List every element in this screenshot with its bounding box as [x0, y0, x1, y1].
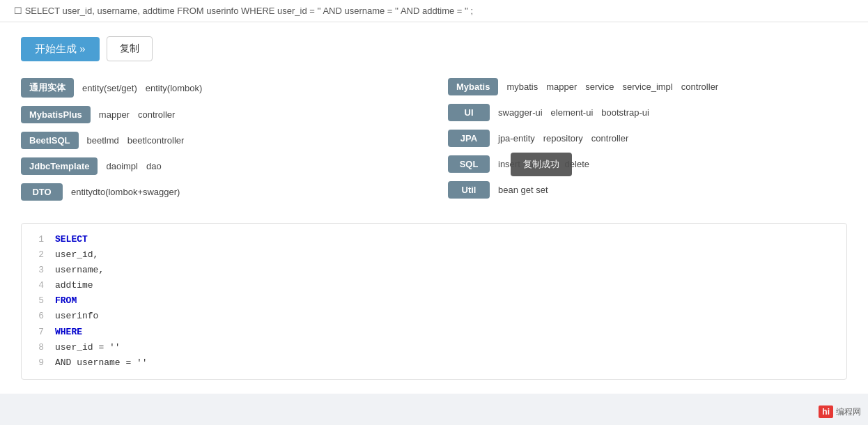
badge-mybatis: Mybatis — [448, 78, 498, 95]
main-panel: 开始生成 » 复制 通用实体 entity(set/get) entity(lo… — [0, 22, 868, 394]
code-content-7: WHERE — [55, 325, 82, 340]
line-num-3: 3 — [33, 263, 44, 278]
badge-mybatisplus: MybatisPlus — [21, 106, 91, 123]
line-num-8: 8 — [33, 340, 44, 355]
code-content-9: AND username = '' — [55, 355, 148, 371]
checkbox-icon: ☐ — [14, 6, 22, 16]
item-entitydto[interactable]: entitydto(lombok+swagger) — [71, 187, 180, 197]
code-line-9: 9 AND username = '' — [33, 355, 835, 371]
badge-ui: UI — [448, 104, 490, 121]
code-content-8: user_id = '' — [55, 340, 121, 355]
cat-row-jpa: JPA jpa-entity repository controller — [448, 130, 847, 147]
item-element-ui[interactable]: element-ui — [551, 107, 594, 118]
cat-row-general-entity: 通用实体 entity(set/get) entity(lombok) — [21, 78, 420, 98]
badge-sql: SQL — [448, 155, 490, 173]
item-service-impl[interactable]: service_impl — [622, 82, 672, 92]
item-mp-mapper[interactable]: mapper — [99, 109, 130, 120]
code-content-1: SELECT — [55, 232, 88, 247]
badge-general-entity: 通用实体 — [21, 78, 74, 98]
item-dao[interactable]: dao — [146, 161, 162, 171]
badge-beetlsql: BeetlSQL — [21, 132, 79, 149]
line-num-6: 6 — [33, 309, 44, 324]
cat-row-sql: SQL 复制成功 insert update delete — [448, 155, 847, 173]
line-num-1: 1 — [33, 232, 44, 247]
code-line-6: 6 userinfo — [33, 309, 835, 324]
item-mybatis[interactable]: mybatis — [506, 82, 538, 92]
start-generate-button[interactable]: 开始生成 » — [21, 37, 100, 61]
line-num-4: 4 — [33, 278, 44, 293]
cat-row-mybatis: Mybatis mybatis mapper service service_i… — [448, 78, 847, 95]
code-line-2: 2 user_id, — [33, 247, 835, 263]
code-line-5: 5 FROM — [33, 293, 835, 309]
line-num-7: 7 — [33, 325, 44, 340]
code-line-4: 4 addtime — [33, 278, 835, 293]
badge-jpa: JPA — [448, 130, 490, 147]
item-repository[interactable]: repository — [543, 133, 583, 144]
code-content-5: FROM — [55, 293, 77, 309]
code-line-3: 3 username, — [33, 263, 835, 278]
cat-row-beetlsql: BeetlSQL beetlmd beetlcontroller — [21, 132, 420, 149]
code-line-7: 7 WHERE — [33, 325, 835, 340]
item-entity-set-get[interactable]: entity(set/get) — [82, 83, 137, 93]
cat-row-dto: DTO entitydto(lombok+swagger) — [21, 183, 420, 201]
item-jpa-entity[interactable]: jpa-entity — [498, 133, 535, 144]
badge-util: Util — [448, 181, 490, 199]
item-beetlcontroller[interactable]: beetlcontroller — [127, 135, 185, 146]
item-beetlmd[interactable]: beetlmd — [87, 135, 119, 146]
copy-button[interactable]: 复制 — [107, 36, 153, 61]
item-entity-lombok[interactable]: entity(lombok) — [146, 83, 203, 93]
badge-dto: DTO — [21, 183, 63, 201]
cat-row-mybatisplus: MybatisPlus mapper controller — [21, 106, 420, 123]
item-service[interactable]: service — [585, 82, 614, 92]
cat-row-ui: UI swagger-ui element-ui bootstrap-ui — [448, 104, 847, 121]
badge-jdbctemplate: JdbcTemplate — [21, 157, 98, 175]
item-swagger-ui[interactable]: swagger-ui — [498, 107, 543, 118]
action-row: 开始生成 » 复制 — [21, 36, 847, 61]
left-categories: 通用实体 entity(set/get) entity(lombok) Myba… — [21, 78, 420, 209]
item-bootstrap-ui[interactable]: bootstrap-ui — [601, 107, 649, 118]
code-line-1: 1 SELECT — [33, 232, 835, 247]
cat-row-util: Util bean get set — [448, 181, 847, 199]
sql-preview-bar: ☐ SELECT user_id, username, addtime FROM… — [0, 0, 868, 22]
code-line-8: 8 user_id = '' — [33, 340, 835, 355]
item-mp-controller[interactable]: controller — [138, 109, 175, 120]
line-num-9: 9 — [33, 355, 44, 371]
code-content-3: username, — [55, 263, 104, 278]
item-controller[interactable]: controller — [681, 82, 718, 92]
code-content-4: addtime — [55, 278, 93, 293]
code-panel: 1 SELECT 2 user_id, 3 username, 4 addtim… — [21, 223, 847, 380]
item-daoimpl[interactable]: daoimpl — [106, 161, 138, 171]
sql-text: SELECT user_id, username, addtime FROM u… — [25, 6, 474, 16]
cat-row-jdbctemplate: JdbcTemplate daoimpl dao — [21, 157, 420, 175]
categories-grid: 通用实体 entity(set/get) entity(lombok) Myba… — [21, 78, 847, 209]
right-categories: Mybatis mybatis mapper service service_i… — [448, 78, 847, 209]
item-jpa-controller[interactable]: controller — [591, 133, 628, 144]
copy-success-toast: 复制成功 — [511, 153, 572, 176]
item-mapper[interactable]: mapper — [546, 82, 577, 92]
code-content-2: user_id, — [55, 247, 98, 263]
line-num-5: 5 — [33, 293, 44, 309]
code-content-6: userinfo — [55, 309, 98, 324]
item-bean-get-set[interactable]: bean get set — [498, 185, 548, 195]
line-num-2: 2 — [33, 247, 44, 263]
